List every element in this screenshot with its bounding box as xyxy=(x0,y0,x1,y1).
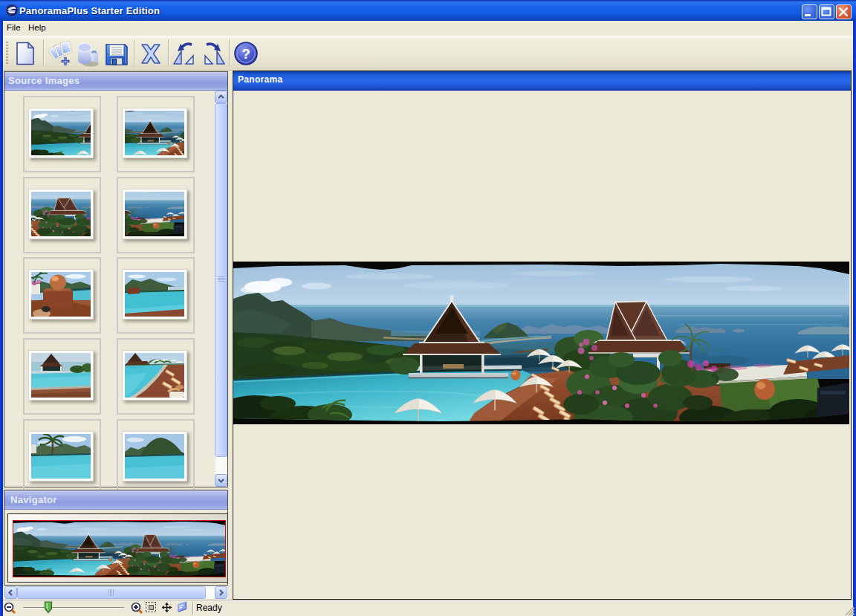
svg-text:?: ? xyxy=(241,46,250,62)
